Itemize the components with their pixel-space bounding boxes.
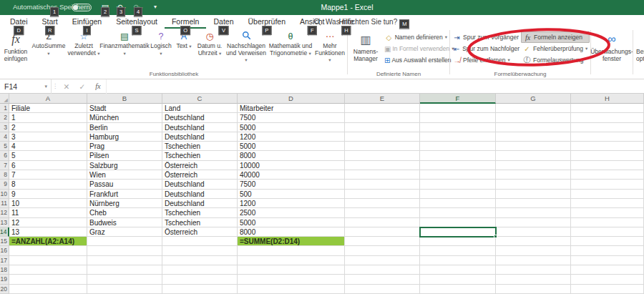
cell-F16[interactable] — [420, 246, 496, 255]
cell-F17[interactable] — [420, 256, 496, 265]
cell-F5[interactable] — [420, 142, 496, 151]
cell-B19[interactable] — [87, 275, 162, 284]
cell-B2[interactable]: München — [87, 113, 162, 122]
cell-B18[interactable] — [87, 265, 162, 275]
cell-D16[interactable] — [238, 246, 345, 255]
column-header-f[interactable]: F — [420, 94, 496, 104]
cell-C8[interactable]: Österreich — [162, 170, 238, 180]
evaluate-formula-button[interactable]: ⓕFormelauswertung — [521, 54, 590, 66]
cell-F1[interactable] — [420, 104, 496, 113]
cell-A17[interactable] — [9, 256, 87, 265]
tab-einfügen[interactable]: EinfügenI — [65, 15, 109, 29]
cell-H16[interactable] — [571, 246, 644, 255]
cell-A12[interactable]: 11 — [9, 208, 87, 217]
row-header-19[interactable]: 19 — [0, 275, 9, 284]
cancel-button[interactable]: ✕ — [59, 82, 74, 91]
cell-A6[interactable]: 5 — [9, 151, 87, 160]
cell-D1[interactable]: Mitarbeiter — [238, 104, 345, 113]
watch-window-button[interactable]: ∞Überwachungs-fenster — [592, 29, 632, 69]
cell-D19[interactable] — [238, 275, 345, 284]
cell-G8[interactable] — [496, 170, 571, 180]
row-header-14[interactable]: 14 — [0, 227, 9, 237]
cell-B1[interactable]: Stadt — [87, 104, 162, 113]
cell-H1[interactable] — [571, 104, 644, 113]
cell-A7[interactable]: 6 — [9, 161, 87, 170]
trace-precedents-button[interactable]: ⇥Spur zum Vorgänger — [451, 31, 521, 43]
cell-E5[interactable] — [345, 142, 420, 151]
cell-A2[interactable]: 1 — [9, 113, 87, 122]
row-header-13[interactable]: 13 — [0, 218, 9, 227]
cell-G17[interactable] — [496, 256, 571, 265]
cell-C19[interactable] — [162, 275, 238, 284]
cell-D8[interactable]: 40000 — [238, 170, 345, 180]
cell-D6[interactable]: 8000 — [238, 151, 345, 160]
lookup-reference-button[interactable]: Nachschlagen und Verweisen ▾ — [225, 29, 268, 69]
cell-F9[interactable] — [420, 180, 496, 189]
cell-F2[interactable] — [420, 113, 496, 122]
cell-F3[interactable] — [420, 123, 496, 132]
cell-A14[interactable]: 13 — [9, 227, 87, 237]
cell-B5[interactable]: Prag — [87, 142, 162, 151]
cell-F19[interactable] — [420, 275, 496, 284]
show-formulas-button[interactable]: fxFormeln anzeigen — [521, 31, 590, 43]
cell-E13[interactable] — [345, 218, 420, 227]
cell-B10[interactable]: Frankfurt — [87, 190, 162, 199]
cell-G5[interactable] — [496, 142, 571, 151]
cell-B12[interactable]: Cheb — [87, 208, 162, 217]
cell-F8[interactable] — [420, 170, 496, 180]
cell-B11[interactable]: Nürnberg — [87, 199, 162, 208]
cell-E16[interactable] — [345, 246, 420, 255]
cell-A10[interactable]: 9 — [9, 190, 87, 199]
cell-A19[interactable] — [9, 275, 87, 284]
cell-D14[interactable]: 8000 — [238, 227, 345, 237]
column-header-e[interactable]: E — [345, 94, 420, 104]
cell-E6[interactable] — [345, 151, 420, 160]
cell-A16[interactable] — [9, 246, 87, 255]
cell-G18[interactable] — [496, 265, 571, 275]
cell-C4[interactable]: Deutschland — [162, 132, 238, 142]
row-header-15[interactable]: 15 — [0, 237, 9, 246]
cell-D17[interactable] — [238, 256, 345, 265]
cell-B14[interactable]: Graz — [87, 227, 162, 237]
cell-H20[interactable] — [571, 285, 644, 294]
cell-A3[interactable]: 2 — [9, 123, 87, 132]
column-header-a[interactable]: A — [9, 94, 87, 104]
name-box[interactable]: F14 ▾ — [0, 79, 52, 94]
cell-D11[interactable]: 1200 — [238, 199, 345, 208]
row-header-20[interactable]: 20 — [0, 285, 9, 294]
cell-D5[interactable]: 5000 — [238, 142, 345, 151]
math-trig-button[interactable]: θMathematik und Trigonometrie ▾ — [268, 29, 313, 69]
row-header-3[interactable]: 3 — [0, 123, 9, 132]
cell-F11[interactable] — [420, 199, 496, 208]
row-header-17[interactable]: 17 — [0, 256, 9, 265]
cell-C18[interactable] — [162, 265, 238, 275]
cell-C9[interactable]: Deutschland — [162, 180, 238, 189]
cell-G11[interactable] — [496, 199, 571, 208]
cell-F4[interactable] — [420, 132, 496, 142]
cell-C15[interactable] — [162, 237, 238, 246]
enter-button[interactable]: ✓ — [74, 82, 90, 91]
cell-H9[interactable] — [571, 180, 644, 189]
cell-G12[interactable] — [496, 208, 571, 217]
select-all-corner[interactable]: ◢ — [0, 94, 9, 104]
cell-B8[interactable]: Wien — [87, 170, 162, 180]
cell-E10[interactable] — [345, 190, 420, 199]
cell-B4[interactable]: Hamburg — [87, 132, 162, 142]
cell-G20[interactable] — [496, 285, 571, 294]
cell-G16[interactable] — [496, 246, 571, 255]
cell-D13[interactable]: 5000 — [238, 218, 345, 227]
define-name-button[interactable]: ◇Namen definieren▾ — [383, 31, 449, 43]
cell-H14[interactable] — [571, 227, 644, 237]
cell-A20[interactable] — [9, 285, 87, 294]
cell-F6[interactable] — [420, 151, 496, 160]
tab-überprüfen[interactable]: ÜberprüfenP — [241, 15, 293, 29]
row-header-18[interactable]: 18 — [0, 265, 9, 275]
calculation-options-button[interactable]: ▦Berechnungs-optionen — [634, 29, 644, 69]
cell-F18[interactable] — [420, 265, 496, 275]
cell-H4[interactable] — [571, 132, 644, 142]
cell-G10[interactable] — [496, 190, 571, 199]
tab-datei[interactable]: DateiD — [3, 15, 35, 29]
cell-D15[interactable]: =SUMME(D2:D14) — [238, 237, 345, 246]
cell-D12[interactable]: 2500 — [238, 208, 345, 217]
column-header-c[interactable]: C — [162, 94, 238, 104]
